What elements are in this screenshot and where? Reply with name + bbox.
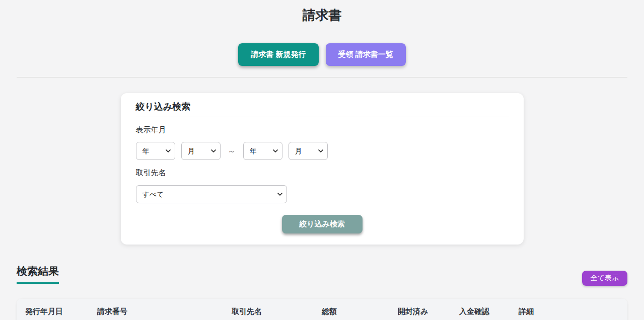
- results-table-head: 発行年月日 請求番号 取引先名 総額 開封済み 入金確認 詳細: [17, 299, 627, 320]
- column-header-issue-date: 発行年月日: [17, 299, 97, 320]
- received-invoices-button[interactable]: 受領 請求書一覧: [326, 43, 406, 66]
- column-header-invoice-number: 請求番号: [97, 299, 232, 320]
- column-header-detail: 詳細: [519, 299, 627, 320]
- results-title: 検索結果: [17, 265, 59, 284]
- filter-submit-button[interactable]: 絞り込み検索: [282, 215, 363, 233]
- client-select[interactable]: すべて: [136, 185, 287, 203]
- filter-card-title: 絞り込み検索: [136, 101, 509, 117]
- results-table: 発行年月日 請求番号 取引先名 総額 開封済み 入金確認 詳細: [17, 299, 627, 320]
- to-month-select[interactable]: 月: [289, 142, 328, 160]
- page: { "header": { "title": "請求書", "new_invoi…: [0, 0, 644, 320]
- header-actions: 請求書 新規発行 受領 請求書一覧: [0, 43, 644, 66]
- client-name-label: 取引先名: [136, 168, 509, 178]
- client-select-row: すべて: [136, 185, 509, 203]
- from-year-select[interactable]: 年: [136, 142, 175, 160]
- results-table-card: 発行年月日 請求番号 取引先名 総額 開封済み 入金確認 詳細: [17, 299, 627, 320]
- page-title: 請求書: [0, 7, 644, 23]
- section-divider: [17, 77, 627, 77]
- column-header-payment-confirmed: 入金確認: [459, 299, 519, 320]
- results-table-header-row: 発行年月日 請求番号 取引先名 総額 開封済み 入金確認 詳細: [17, 299, 627, 320]
- column-header-total-amount: 総額: [322, 299, 398, 320]
- date-range-label: 表示年月: [136, 125, 509, 135]
- show-all-button[interactable]: 全て表示: [582, 271, 627, 286]
- filter-card: 絞り込み検索 表示年月 年 月 ～ 年: [121, 93, 524, 245]
- new-invoice-button[interactable]: 請求書 新規発行: [238, 43, 318, 66]
- client-select-wrap: すべて: [136, 185, 287, 203]
- from-year-select-wrap: 年: [136, 142, 175, 160]
- column-header-client-name: 取引先名: [232, 299, 322, 320]
- to-year-select[interactable]: 年: [243, 142, 282, 160]
- from-month-select[interactable]: 月: [181, 142, 221, 160]
- date-range-selects: 年 月 ～ 年 月: [136, 142, 509, 160]
- date-range-separator: ～: [228, 145, 236, 157]
- results-section: 検索結果 全て表示 発行年月日 請求番号 取引先名 総額 開封済み 入金確認 詳…: [17, 265, 627, 320]
- filter-submit-row: 絞り込み検索: [136, 215, 509, 238]
- column-header-opened: 開封済み: [398, 299, 459, 320]
- from-month-select-wrap: 月: [181, 142, 221, 160]
- to-year-select-wrap: 年: [243, 142, 282, 160]
- header-section: 請求書 請求書 新規発行 受領 請求書一覧: [0, 0, 644, 66]
- to-month-select-wrap: 月: [289, 142, 328, 160]
